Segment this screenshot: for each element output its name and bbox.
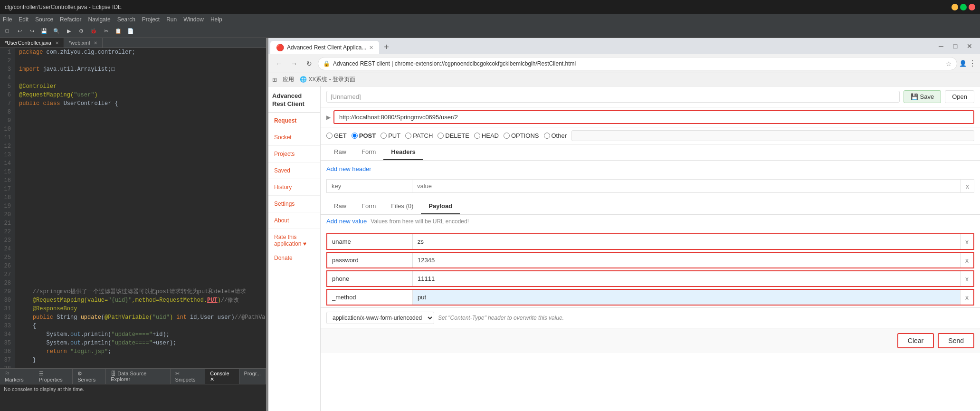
sidebar-item-history[interactable]: History [268,179,320,196]
close-button[interactable] [969,4,975,10]
code-editor[interactable]: 1 package com.zhiyou.clg.controller; 2 3… [0,48,266,368]
toolbar-btn-3[interactable]: ↪ [27,26,37,37]
content-type-select[interactable]: application/x-www-form-urlencoded [326,312,434,324]
bookmark-xx[interactable]: 🌐 XX系统 - 登录页面 [300,76,355,84]
payload-key-phone[interactable] [327,271,413,286]
menu-search[interactable]: Search [117,16,135,23]
tab-payload-form[interactable]: Form [354,199,383,214]
tab-payload-payload[interactable]: Payload [421,199,460,214]
method-head[interactable]: HEAD [474,132,499,139]
menu-source[interactable]: Source [35,16,53,23]
toolbar-btn-10[interactable]: 📋 [113,26,124,37]
method-get[interactable]: GET [326,132,347,139]
tab-raw[interactable]: Raw [326,144,354,160]
payload-value-uname[interactable] [413,234,960,249]
console-tab-properties[interactable]: ☰ Properties [34,369,73,384]
console-tab-console[interactable]: Console ✕ [205,369,239,384]
toolbar-btn-9[interactable]: ✂ [101,26,111,37]
header-value-input[interactable] [412,180,961,192]
toolbar-btn-4[interactable]: 💾 [39,26,49,37]
payload-key-method[interactable] [327,290,413,305]
method-delete[interactable]: DELETE [438,132,469,139]
sidebar-item-projects[interactable]: Projects [268,146,320,162]
arc-rate-link[interactable]: Rate this application ♥ [268,229,320,252]
payload-delete-method[interactable]: x [960,290,973,305]
console-tab-servers[interactable]: ⚙ Servers [73,369,106,384]
header-key-input[interactable] [327,180,412,192]
add-value-link[interactable]: Add new value [326,217,367,226]
menu-window[interactable]: Window [183,16,204,23]
payload-delete-password[interactable]: x [960,253,973,268]
chrome-profile-icon[interactable]: 👤 [959,60,967,67]
tab-usercontroller-close[interactable]: ✕ [55,40,59,46]
tab-webxml-close[interactable]: ✕ [94,40,97,46]
console-tab-progress[interactable]: Progr... [239,369,266,384]
chrome-menu-icon[interactable]: ⋮ [969,59,976,68]
chrome-tab-close[interactable]: ✕ [369,45,373,51]
payload-delete-phone[interactable]: x [960,271,973,286]
menu-help[interactable]: Help [210,16,222,23]
method-other-input[interactable] [571,130,974,141]
sidebar-item-socket[interactable]: Socket [268,129,320,146]
console-tab-datasource[interactable]: 🗄 Data Source Explorer [106,369,170,384]
minimize-button[interactable] [951,4,958,10]
url-arrow-icon[interactable]: ▶ [326,114,331,121]
sidebar-item-about[interactable]: About [268,212,320,229]
toolbar-btn-7[interactable]: ⚙ [76,26,86,37]
toolbar-btn-8[interactable]: 🐞 [88,26,99,37]
method-options[interactable]: OPTIONS [504,132,539,139]
arc-donate-link[interactable]: Donate [268,252,320,264]
split-divider[interactable] [266,38,268,411]
tab-form[interactable]: Form [354,144,383,160]
payload-delete-uname[interactable]: x [960,234,973,249]
arc-url-input[interactable] [333,110,974,124]
send-button[interactable]: Send [938,333,974,348]
chrome-minimize-button[interactable]: ─ [934,39,948,53]
method-get-radio[interactable] [326,133,333,139]
bookmark-star-icon[interactable]: ☆ [946,60,952,67]
menu-refactor[interactable]: Refactor [60,16,81,23]
add-header-link[interactable]: Add new header [326,164,371,173]
payload-value-method[interactable] [413,290,960,305]
method-other-radio[interactable] [544,133,550,139]
payload-value-phone[interactable] [413,271,960,286]
tab-webxml[interactable]: *web.xml ✕ [64,38,103,48]
chrome-new-tab-button[interactable]: + [379,40,393,54]
toolbar-btn-5[interactable]: 🔍 [51,26,62,37]
chrome-close-button[interactable]: ✕ [963,39,976,53]
address-bar[interactable]: 🔒 Advanced REST client | chrome-extensio… [318,57,957,70]
console-tab-markers[interactable]: ⚐ Markers [0,369,34,384]
method-delete-radio[interactable] [438,133,444,139]
toolbar-btn-11[interactable]: 📄 [125,26,136,37]
tab-payload-raw[interactable]: Raw [326,199,354,214]
chrome-tab-arc[interactable]: 🔴 Advanced Rest Client Applica... ✕ [270,41,379,54]
method-put-radio[interactable] [381,133,387,139]
method-head-radio[interactable] [474,133,480,139]
toolbar-btn-1[interactable]: ⬡ [2,26,12,37]
tab-payload-files[interactable]: Files (0) [383,199,421,214]
apps-icon[interactable]: ⊞ [272,76,277,83]
forward-button[interactable]: → [287,57,301,70]
method-patch[interactable]: PATCH [405,132,433,139]
method-other[interactable]: Other [544,132,567,139]
bookmark-apps[interactable]: 应用 [283,76,294,84]
back-button[interactable]: ← [272,57,285,70]
toolbar-btn-6[interactable]: ▶ [64,26,74,37]
console-tab-snippets[interactable]: ✂ Snippets [171,369,206,384]
method-post-radio[interactable] [352,133,358,139]
maximize-button[interactable] [960,4,967,10]
toolbar-btn-2[interactable]: ↩ [14,26,25,37]
method-patch-radio[interactable] [405,133,411,139]
sidebar-item-saved[interactable]: Saved [268,162,320,179]
tab-usercontroller[interactable]: *UserController.java ✕ [0,38,64,48]
payload-key-password[interactable] [327,253,413,268]
menu-run[interactable]: Run [166,16,177,23]
method-put[interactable]: PUT [381,132,400,139]
header-delete-button[interactable]: x [961,180,974,192]
sidebar-item-request[interactable]: Request [268,113,320,129]
menu-project[interactable]: Project [142,16,160,23]
payload-value-password[interactable] [413,253,960,268]
arc-open-button[interactable]: Open [945,90,974,103]
tab-headers[interactable]: Headers [383,144,423,160]
payload-key-uname[interactable] [327,234,413,249]
